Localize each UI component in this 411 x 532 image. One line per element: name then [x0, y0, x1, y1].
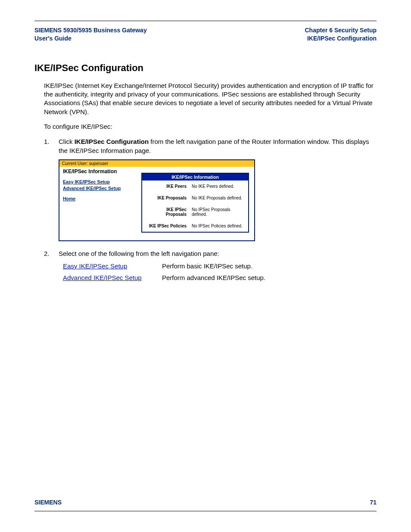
step-1-number: 1. [44, 137, 50, 146]
option-row: Easy IKE/IPSec Setup Perform basic IKE/I… [63, 262, 377, 270]
header-left: SIEMENS 5930/5935 Business Gateway User'… [34, 26, 147, 43]
option-row: Advanced IKE/IPSec Setup Perform advance… [63, 274, 377, 281]
step-2: 2. Select one of the following from the … [34, 249, 377, 258]
nav-link-advanced-setup[interactable]: Advanced IKE/IPSec Setup [63, 185, 138, 192]
header-product: SIEMENS 5930/5935 Business Gateway [34, 26, 147, 34]
page-frame: SIEMENS 5930/5935 Business Gateway User'… [34, 21, 377, 511]
header-guide: User's Guide [34, 34, 147, 43]
page-footer: SIEMENS 71 [34, 495, 377, 511]
footer-brand: SIEMENS [34, 499, 62, 506]
header-right: Chapter 6 Security Setup IKE/IPSec Confi… [305, 26, 377, 43]
intro-paragraph: IKE/IPSec (Internet Key Exchange/Interne… [34, 81, 377, 116]
lead-paragraph: To configure IKE/IPSec: [34, 122, 377, 131]
screenshot-panel-title: IKE/IPSec Information [63, 168, 138, 174]
table-row: IKE IPSec Proposals No IPSec Proposals d… [142, 204, 249, 220]
row-value: No IKE Peers defined. [189, 180, 249, 192]
nav-link-easy-setup[interactable]: Easy IKE/IPSec Setup [63, 179, 138, 185]
step-2-number: 2. [44, 249, 50, 258]
row-value: No IPSec Policies defined. [189, 220, 249, 232]
row-label: IKE IPSec Proposals [142, 204, 189, 220]
option-desc: Perform basic IKE/IPSec setup. [162, 262, 252, 270]
page-body: IKE/IPSec Configuration IKE/IPSec (Inter… [34, 46, 377, 495]
options-table: Easy IKE/IPSec Setup Perform basic IKE/I… [63, 262, 377, 281]
step-1-pre: Click [59, 138, 75, 145]
row-value: No IKE Proposals defined. [189, 192, 249, 204]
screenshot-nav-pane: IKE/IPSec Information Easy IKE/IPSec Set… [59, 167, 141, 240]
option-link-easy[interactable]: Easy IKE/IPSec Setup [63, 262, 162, 270]
row-value: No IPSec Proposals defined. [189, 204, 249, 220]
table-row: IKE Proposals No IKE Proposals defined. [142, 192, 249, 204]
step-1-bold: IKE/IPSec Configuration [75, 138, 149, 145]
table-row: IKE IPSec Policies No IPSec Policies def… [142, 220, 249, 232]
header-section: IKE/IPSec Configuration [305, 34, 377, 43]
info-table: IKE/IPSec Information IKE Peers No IKE P… [141, 173, 249, 233]
step-2-text: Select one of the following from the lef… [59, 250, 219, 257]
option-desc: Perform advanced IKE/IPSec setup. [162, 274, 265, 281]
nav-link-home[interactable]: Home [63, 196, 138, 202]
page-header: SIEMENS 5930/5935 Business Gateway User'… [34, 21, 377, 46]
row-label: IKE Peers [142, 180, 189, 192]
current-user-bar: Current User: superuser [59, 160, 254, 167]
step-1: 1. Click IKE/IPSec Configuration from th… [34, 137, 377, 155]
header-chapter: Chapter 6 Security Setup [305, 26, 377, 34]
info-table-header: IKE/IPSec Information [142, 173, 249, 180]
footer-page-number: 71 [370, 499, 377, 506]
screenshot-content-pane: IKE/IPSec Information IKE Peers No IKE P… [141, 167, 254, 240]
option-link-advanced[interactable]: Advanced IKE/IPSec Setup [63, 274, 162, 281]
row-label: IKE Proposals [142, 192, 189, 204]
row-label: IKE IPSec Policies [142, 220, 189, 232]
page-title: IKE/IPSec Configuration [34, 62, 377, 74]
table-row: IKE Peers No IKE Peers defined. [142, 180, 249, 192]
screenshot-body: IKE/IPSec Information Easy IKE/IPSec Set… [59, 167, 254, 240]
embedded-screenshot: Current User: superuser IKE/IPSec Inform… [59, 159, 255, 241]
